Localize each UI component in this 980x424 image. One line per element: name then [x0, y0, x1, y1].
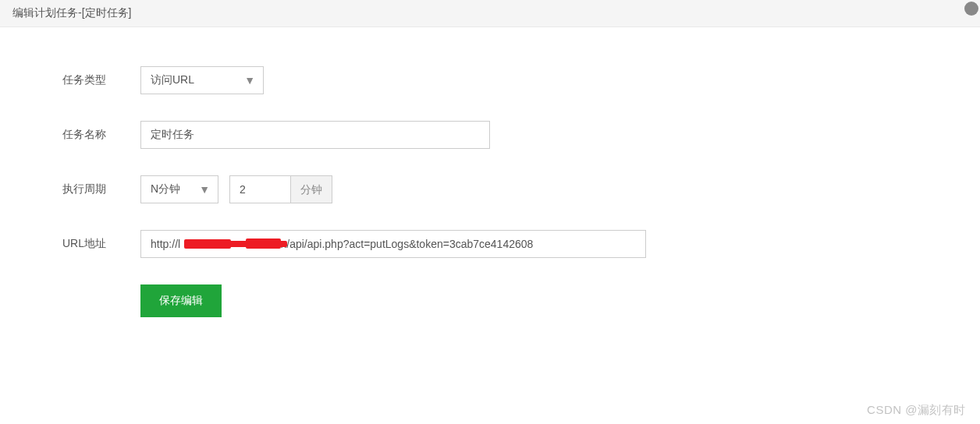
actions-row: 保存编辑: [62, 284, 980, 317]
task-name-row: 任务名称: [62, 121, 980, 149]
watermark: CSDN @漏刻有时: [867, 403, 966, 418]
form-container: 任务类型 访问URL ▼ 任务名称 执行周期 N分钟 ▼ 分钟 URL地址 保存…: [0, 27, 980, 317]
period-unit-suffix: 分钟: [290, 175, 332, 203]
period-value-input[interactable]: [229, 175, 290, 203]
chevron-down-icon: ▼: [244, 74, 255, 87]
url-row: URL地址: [62, 230, 980, 258]
url-input[interactable]: [140, 230, 646, 258]
task-type-select[interactable]: 访问URL ▼: [140, 66, 264, 94]
dialog-title: 编辑计划任务-[定时任务]: [12, 6, 131, 19]
task-type-value: 访问URL: [151, 73, 194, 87]
task-name-label: 任务名称: [62, 128, 140, 142]
save-button[interactable]: 保存编辑: [140, 284, 222, 317]
period-row: 执行周期 N分钟 ▼ 分钟: [62, 175, 980, 203]
dialog-header: 编辑计划任务-[定时任务]: [0, 0, 980, 27]
period-unit-value: N分钟: [151, 182, 180, 196]
url-label: URL地址: [62, 237, 140, 251]
task-type-row: 任务类型 访问URL ▼: [62, 66, 980, 94]
url-input-wrapper: [140, 230, 646, 258]
close-icon[interactable]: [964, 2, 978, 16]
period-label: 执行周期: [62, 182, 140, 196]
task-type-label: 任务类型: [62, 73, 140, 87]
chevron-down-icon: ▼: [199, 183, 210, 196]
task-name-input[interactable]: [140, 121, 490, 149]
period-value-group: 分钟: [229, 175, 332, 203]
period-unit-select[interactable]: N分钟 ▼: [140, 175, 218, 203]
